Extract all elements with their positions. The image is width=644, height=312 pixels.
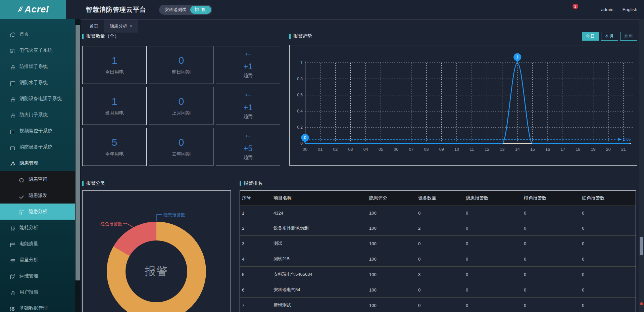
title-accent-bar bbox=[240, 181, 241, 186]
main-content: 首页 隐患分析 × 报警数量（个） 1 今日用电0 昨日同期+-- +1 趋势1… bbox=[81, 19, 639, 312]
table-cell: 0 bbox=[580, 282, 636, 298]
header-actions: 2 admin English bbox=[553, 6, 644, 13]
sidebar-item-label: 首页 bbox=[19, 31, 29, 37]
svg-text:01: 01 bbox=[318, 147, 323, 152]
table-column-header: 橙色报警数 bbox=[522, 191, 580, 206]
alarm-trend-panel: 报警趋势 今日本月全年 0.0500.20.40.60.810001020304… bbox=[285, 32, 637, 166]
scroll-up-icon[interactable] bbox=[640, 20, 643, 24]
sidebar-item-fire-equipment-power-subsystem[interactable]: 消防设备电源子系统 bbox=[0, 91, 75, 107]
sidebar-item-user-report[interactable]: 用户报告 bbox=[0, 284, 75, 300]
table-cell: 0 bbox=[416, 206, 464, 220]
trend-card: +-- +1 趋势 bbox=[216, 87, 280, 125]
svg-text:16: 16 bbox=[545, 147, 550, 152]
sidebar-item-label: 隐患管理 bbox=[19, 160, 38, 166]
speaker-icon[interactable] bbox=[553, 6, 560, 13]
sidebar-scroll-thumb[interactable] bbox=[76, 25, 80, 280]
collapse-sidebar-icon[interactable] bbox=[73, 6, 81, 13]
svg-text:21: 21 bbox=[621, 147, 626, 152]
sidebar-item-fire-water-subsystem[interactable]: 消防水子系统 bbox=[0, 75, 75, 91]
svg-text:08: 08 bbox=[424, 147, 429, 152]
app-header: Acrel 智慧消防管理云平台 安科瑞测试 切 换 2 admin Englis… bbox=[0, 0, 644, 19]
stat-card: 1 当月用电 bbox=[82, 87, 147, 125]
table-cell: 安科瑞电气54 bbox=[271, 282, 367, 298]
sliders-icon bbox=[9, 225, 15, 231]
user-menu[interactable]: admin bbox=[601, 7, 613, 12]
alarm-ranking-title: 报警排名 bbox=[240, 179, 636, 188]
sidebar-item-fire-door-subsystem[interactable]: 防火门子系统 bbox=[0, 107, 75, 123]
sidebar-submenu: 隐患查询隐患派发隐患分析 bbox=[0, 171, 75, 220]
svg-text:05: 05 bbox=[379, 147, 383, 152]
table-cell: 100 bbox=[367, 220, 416, 236]
table-cell: 0 bbox=[522, 267, 580, 282]
tab-hazard-analysis[interactable]: 隐患分析 × bbox=[104, 19, 138, 33]
sidebar-item-energy-analysis[interactable]: 能耗分析 bbox=[0, 220, 75, 236]
svg-text:0.4: 0.4 bbox=[297, 109, 303, 114]
video-icon bbox=[9, 80, 15, 86]
logo-text: Acrel bbox=[24, 4, 49, 15]
sidebar-item-hazard-analysis[interactable]: 隐患分析 bbox=[0, 204, 75, 220]
svg-text:17: 17 bbox=[560, 147, 565, 152]
sidebar-item-label: 视频监控子系统 bbox=[19, 128, 52, 134]
table-cell: 0 bbox=[464, 236, 522, 251]
scroll-up-icon[interactable] bbox=[76, 20, 80, 24]
sidebar-item-video-monitor-subsystem[interactable]: 视频监控子系统 bbox=[0, 123, 75, 139]
table-column-header: 设备数量 bbox=[416, 191, 464, 206]
tab-home[interactable]: 首页 bbox=[84, 19, 104, 33]
table-cell: 0 bbox=[522, 251, 580, 267]
trend-numerator: +-- bbox=[245, 92, 251, 98]
sidebar-item-hazard-dispatch[interactable]: 隐患派发 bbox=[0, 187, 75, 204]
sidebar-item-label: 消防设备子系统 bbox=[19, 144, 52, 150]
help-icon[interactable] bbox=[585, 6, 592, 13]
main-scroll-thumb[interactable] bbox=[640, 237, 643, 255]
svg-text:03: 03 bbox=[348, 147, 353, 152]
language-switch[interactable]: English bbox=[623, 7, 637, 12]
range-button-全年[interactable]: 全年 bbox=[620, 32, 637, 41]
stat-card: 1 今日用电 bbox=[82, 46, 147, 84]
alarm-trend-chart: 0.0500.20.40.60.810001020304050607080910… bbox=[289, 45, 637, 166]
table-cell: 100 bbox=[367, 267, 416, 282]
main-scrollbar[interactable] bbox=[639, 19, 644, 312]
sidebar-item-home[interactable]: 首页 bbox=[0, 26, 75, 42]
range-button-本月[interactable]: 本月 bbox=[601, 32, 618, 41]
calendar-icon bbox=[9, 241, 15, 247]
svg-text:19: 19 bbox=[591, 147, 596, 152]
sidebar-item-smoke-exhaust-subsystem[interactable]: 防排烟子系统 bbox=[0, 58, 75, 75]
sidebar-item-hazard-management[interactable]: 隐患管理 bbox=[0, 155, 75, 171]
grid-icon bbox=[9, 306, 15, 311]
slice-label-red-alarms: 红色报警数 bbox=[100, 221, 122, 227]
table-cell: 100 bbox=[367, 236, 416, 251]
sidebar-item-label: 运维管理 bbox=[19, 273, 38, 279]
sidebar-item-electrical-fire-subsystem[interactable]: 电气火灾子系统 bbox=[0, 42, 75, 58]
sidebar-item-hazard-query[interactable]: 隐患查询 bbox=[0, 171, 75, 187]
svg-text:02: 02 bbox=[333, 147, 338, 152]
lock-icon bbox=[9, 96, 15, 102]
video-icon bbox=[9, 128, 15, 134]
table-cell: 4324 bbox=[271, 206, 367, 220]
table-column-header: 红色报警数 bbox=[580, 191, 636, 206]
range-button-今日[interactable]: 今日 bbox=[582, 32, 599, 41]
scroll-down-icon[interactable] bbox=[640, 308, 643, 311]
trend-label: 趋势 bbox=[243, 114, 253, 120]
table-column-header: 隐患报警数 bbox=[464, 191, 522, 206]
close-tab-icon[interactable]: × bbox=[130, 24, 133, 29]
sidebar-item-label: 隐患分析 bbox=[29, 209, 47, 215]
bell-icon[interactable]: 2 bbox=[569, 6, 576, 13]
alarm-category-panel: 报警分类 报警隐患报警数红色报警数 bbox=[82, 179, 231, 312]
stat-value: 1 bbox=[112, 55, 117, 66]
svg-text:0.6: 0.6 bbox=[297, 93, 303, 97]
sidebar-item-demand-analysis[interactable]: 需量分析 bbox=[0, 252, 75, 268]
sidebar-scrollbar[interactable] bbox=[75, 19, 81, 312]
table-cell: 0 bbox=[416, 251, 464, 267]
sidebar-item-operation-management[interactable]: 运维管理 bbox=[0, 268, 75, 284]
switch-project-button[interactable]: 切 换 bbox=[190, 6, 211, 14]
sidebar-item-power-quality[interactable]: 电能质量 bbox=[0, 236, 75, 252]
lock-icon bbox=[9, 289, 15, 295]
sidebar-item-label: 用户报告 bbox=[19, 289, 38, 295]
trend-label: 趋势 bbox=[243, 73, 253, 79]
table-cell: 100 bbox=[367, 298, 416, 312]
alarm-ranking-panel: 报警排名 序号项目名称隐患评分设备数量隐患报警数橙色报警数红色报警数 14324… bbox=[240, 179, 636, 312]
table-cell: 3 bbox=[416, 267, 464, 282]
sidebar-item-fire-equipment-subsystem[interactable]: 消防设备子系统 bbox=[0, 139, 75, 155]
stat-value: 0 bbox=[179, 137, 184, 148]
sidebar-item-basic-data-management[interactable]: 基础数据管理 bbox=[0, 300, 75, 312]
